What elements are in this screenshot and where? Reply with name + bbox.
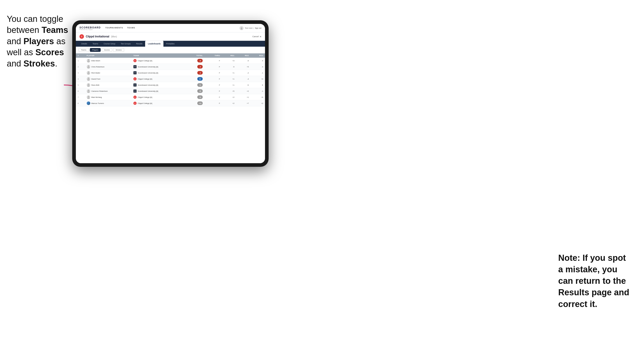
nav-tournaments[interactable]: TOURNAMENTS <box>105 27 123 30</box>
cell-rd3: -1 <box>250 88 265 94</box>
main-tabs: Details Teams Course Setup Tee Groups Re… <box>76 41 265 47</box>
score-badge: +6 <box>197 89 203 93</box>
logo-text: SCOREBOARD <box>80 26 101 29</box>
cell-rd2: -6 <box>236 58 251 64</box>
table-row: 3 Rich Butler S Scoreboard University [A… <box>76 70 265 76</box>
tablet-screen: SCOREBOARD Powered by clippd TOURNAMENTS… <box>76 24 265 163</box>
svg-point-9 <box>88 78 89 79</box>
cell-total: -4 <box>186 64 204 70</box>
right-annotation: Note: If you spota mistake, youcan retur… <box>558 252 635 310</box>
player-avatar <box>87 101 90 105</box>
logo-area: SCOREBOARD Powered by clippd <box>80 26 101 30</box>
team-name: Scoreboard University [A] <box>138 72 158 74</box>
player-avatar <box>87 83 90 87</box>
team-name: Scoreboard University [A] <box>138 84 158 86</box>
leaderboard-table: # PLAYER TEAM TOTAL THRU RD1 RD2 RD3 1 E… <box>76 53 265 106</box>
sub-tab-strokes[interactable]: Strokes <box>113 48 124 52</box>
svg-point-5 <box>88 65 89 67</box>
cell-rd2: E <box>236 82 251 88</box>
cell-player: Rich Butler <box>85 70 132 76</box>
player-name: Cameron Robertson <box>92 90 108 92</box>
cell-thru: F <box>204 88 222 94</box>
cell-num: 8 <box>76 100 85 106</box>
tab-course-setup[interactable]: Course Setup <box>101 41 118 47</box>
score-badge: +11 <box>197 101 203 105</box>
top-navigation: SCOREBOARD Powered by clippd TOURNAMENTS… <box>76 24 265 32</box>
player-name: Rich Butler <box>92 72 100 74</box>
cancel-label: Cancel <box>252 35 259 38</box>
cell-player: Chris Robertson <box>85 64 132 70</box>
sub-tab-scores[interactable]: Scores <box>102 48 112 52</box>
tab-teams[interactable]: Teams <box>90 41 101 47</box>
tab-printables[interactable]: Printables <box>164 41 178 47</box>
svg-point-16 <box>87 98 90 99</box>
player-name: David Ford <box>92 78 100 80</box>
player-avatar <box>87 59 90 62</box>
cell-num: 1 <box>76 58 85 64</box>
score-badge: +9 <box>197 95 203 99</box>
tournament-icon: C <box>80 34 84 39</box>
cell-team: C Clippd College [A] <box>132 100 186 106</box>
close-icon: ✕ <box>260 35 262 38</box>
team-name: Clippd College [A] <box>138 78 152 80</box>
cell-rd1: -5 <box>222 64 236 70</box>
player-avatar <box>87 89 90 93</box>
team-icon-scoreboard: S <box>134 71 136 74</box>
cell-rd3: -5 <box>250 58 265 64</box>
team-name: Clippd College [A] <box>138 102 152 104</box>
table-row: 1 Elliot Ebert C Clippd College [A] -8 F… <box>76 58 265 64</box>
cell-rd2: +5 <box>236 64 251 70</box>
cell-total: -8 <box>186 58 204 64</box>
tablet-device: SCOREBOARD Powered by clippd TOURNAMENTS… <box>72 20 268 167</box>
cell-rd1: +1 <box>222 70 236 76</box>
col-rd2: RD2 <box>236 53 251 58</box>
svg-point-3 <box>88 59 89 61</box>
svg-point-2 <box>241 28 242 29</box>
cell-team: S Scoreboard University [A] <box>132 88 186 94</box>
cell-num: 7 <box>76 94 85 100</box>
cell-team: C Clippd College [A] <box>132 76 186 82</box>
cell-thru: F <box>204 70 222 76</box>
svg-point-11 <box>88 84 89 85</box>
player-avatar <box>87 77 90 81</box>
tab-results[interactable]: Results <box>134 41 145 47</box>
sign-out-link[interactable]: Sign out <box>255 27 262 29</box>
cell-player: Blair McHarg <box>85 94 132 100</box>
team-name: Scoreboard University [A] <box>138 66 158 68</box>
cell-num: 4 <box>76 76 85 82</box>
cell-player: Marcus Turners <box>85 100 132 106</box>
nav-right: Test User | Sign out <box>240 26 262 30</box>
tab-leaderboards[interactable]: Leaderboards <box>145 41 163 47</box>
table-row: 7 Blair McHarg C Clippd College [A] +9 F… <box>76 94 265 100</box>
svg-point-4 <box>87 61 90 63</box>
svg-point-8 <box>87 73 90 75</box>
cell-thru: F <box>204 58 222 64</box>
tournament-header: C Clippd Invitational (Men) Cancel ✕ <box>76 32 265 41</box>
team-icon-clippd: C <box>134 96 136 99</box>
svg-point-14 <box>87 92 90 93</box>
team-icon-clippd: C <box>134 102 136 105</box>
cell-player: Elliot Ebert <box>85 58 132 64</box>
cell-num: 3 <box>76 70 85 76</box>
cell-num: 5 <box>76 82 85 88</box>
tab-details[interactable]: Details <box>78 41 90 47</box>
tab-tee-groups[interactable]: Tee Groups <box>118 41 134 47</box>
cancel-button[interactable]: Cancel ✕ <box>252 35 262 38</box>
team-icon-clippd: C <box>134 59 136 62</box>
col-total: TOTAL <box>186 53 204 58</box>
player-avatar <box>87 65 90 68</box>
team-icon-scoreboard: S <box>134 65 136 68</box>
team-icon-clippd: C <box>134 77 136 80</box>
cell-total: +1 <box>186 82 204 88</box>
nav-teams[interactable]: TEAMS <box>127 27 135 30</box>
sub-tab-players[interactable]: Players <box>90 48 101 52</box>
team-icon-scoreboard: S <box>134 83 136 87</box>
sub-tab-teams[interactable]: Teams <box>78 48 89 52</box>
player-avatar <box>87 95 90 99</box>
logo-sub: Powered by clippd <box>80 29 101 30</box>
cell-thru: F <box>204 100 222 106</box>
score-badge: E <box>197 77 203 81</box>
cell-total: E <box>186 76 204 82</box>
player-avatar <box>87 71 90 75</box>
table-row: 5 Rees Britt S Scoreboard University [A]… <box>76 82 265 88</box>
